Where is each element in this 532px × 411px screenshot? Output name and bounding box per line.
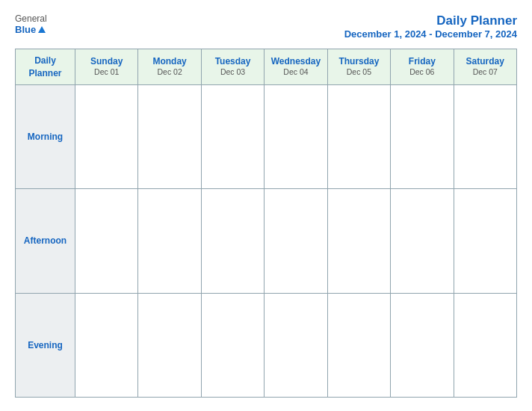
cell-afternoon-wed[interactable] xyxy=(265,189,327,293)
cell-morning-wed[interactable] xyxy=(265,85,327,189)
cell-evening-wed[interactable] xyxy=(265,293,327,397)
title-area: Daily Planner December 1, 2024 - Decembe… xyxy=(344,13,517,40)
cell-morning-tue[interactable] xyxy=(201,85,264,189)
cell-morning-fri[interactable] xyxy=(391,85,454,189)
header: General Blue Daily Planner December 1, 2… xyxy=(15,13,517,40)
cell-evening-mon[interactable] xyxy=(138,293,201,397)
cell-afternoon-thu[interactable] xyxy=(327,189,390,293)
planner-subtitle: December 1, 2024 - December 7, 2024 xyxy=(344,28,517,40)
row-morning: Morning xyxy=(16,85,517,189)
cell-afternoon-mon[interactable] xyxy=(138,189,201,293)
cell-evening-fri[interactable] xyxy=(391,293,454,397)
cell-afternoon-sun[interactable] xyxy=(75,189,138,293)
cell-evening-sat[interactable] xyxy=(454,293,516,397)
cell-afternoon-sat[interactable] xyxy=(454,189,516,293)
row-evening: Evening xyxy=(16,293,517,397)
planner-title: Daily Planner xyxy=(344,13,517,28)
logo-blue: Blue xyxy=(15,24,36,36)
cell-morning-sun[interactable] xyxy=(75,85,138,189)
label-morning: Morning xyxy=(16,85,75,189)
cell-afternoon-tue[interactable] xyxy=(201,189,264,293)
col-tuesday: Tuesday Dec 03 xyxy=(201,49,264,85)
cell-evening-sun[interactable] xyxy=(75,293,138,397)
cell-morning-sat[interactable] xyxy=(454,85,516,189)
logo-triangle-icon xyxy=(38,26,46,33)
row-afternoon: Afternoon xyxy=(16,189,517,293)
label-evening: Evening xyxy=(16,293,75,397)
col-thursday: Thursday Dec 05 xyxy=(327,49,390,85)
planner-table: Daily Planner Sunday Dec 01 Monday Dec 0… xyxy=(15,49,517,398)
cell-afternoon-fri[interactable] xyxy=(391,189,454,293)
logo-area: General Blue xyxy=(15,13,47,36)
col-friday: Friday Dec 06 xyxy=(391,49,454,85)
cell-evening-tue[interactable] xyxy=(201,293,264,397)
col-sunday: Sunday Dec 01 xyxy=(75,49,138,85)
cell-evening-thu[interactable] xyxy=(327,293,390,397)
col-saturday: Saturday Dec 07 xyxy=(454,49,516,85)
col-wednesday: Wednesday Dec 04 xyxy=(265,49,327,85)
cell-morning-thu[interactable] xyxy=(327,85,390,189)
logo-general: General xyxy=(15,13,47,24)
col-monday: Monday Dec 02 xyxy=(138,49,201,85)
label-afternoon: Afternoon xyxy=(16,189,75,293)
cell-morning-mon[interactable] xyxy=(138,85,201,189)
table-header-label: Daily Planner xyxy=(16,49,75,85)
